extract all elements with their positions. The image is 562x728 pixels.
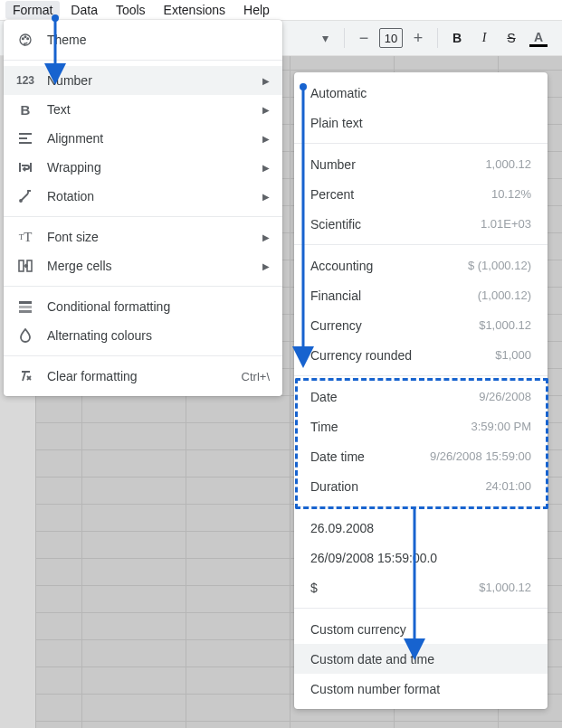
- menu-format[interactable]: Format: [5, 1, 60, 19]
- number-label: Number: [47, 73, 250, 88]
- clear-icon: [16, 369, 34, 383]
- svg-point-9: [20, 200, 22, 202]
- svg-rect-10: [19, 260, 24, 271]
- date-item[interactable]: Date9/26/2008: [294, 382, 548, 411]
- text-color-btn[interactable]: A: [525, 24, 552, 52]
- merge-cells-item[interactable]: Merge cells ▶: [4, 251, 282, 280]
- rotation-item[interactable]: Rotation ▶: [4, 182, 282, 211]
- number-icon: 123: [16, 74, 34, 87]
- fontsize-icon: TT: [16, 230, 34, 245]
- alternating-label: Alternating colours: [47, 328, 270, 343]
- wrap-icon: [16, 161, 34, 174]
- increase-font-btn[interactable]: +: [405, 24, 432, 52]
- plaintext-item[interactable]: Plain text: [294, 108, 548, 137]
- conditional-label: Conditional formatting: [47, 299, 270, 314]
- svg-point-1: [22, 38, 24, 40]
- theme-item[interactable]: Theme: [4, 25, 282, 54]
- menu-extensions[interactable]: Extensions: [157, 1, 233, 19]
- custom-number-item[interactable]: Custom number format: [294, 674, 548, 704]
- menu-tools[interactable]: Tools: [109, 1, 153, 19]
- custom-currency-item[interactable]: Custom currency: [294, 614, 548, 644]
- chevron-right-icon: ▶: [262, 134, 270, 144]
- chevron-right-icon: ▶: [262, 163, 270, 173]
- font-size-item[interactable]: TT Font size ▶: [4, 222, 282, 251]
- percent-item[interactable]: Percent10.12%: [294, 179, 548, 209]
- more-btn[interactable]: ▾: [311, 24, 338, 52]
- locale-date-item[interactable]: 26.09.2008: [294, 513, 548, 543]
- format-dropdown: Theme 123 Number ▶ B Text ▶ Alignment ▶ …: [4, 20, 282, 396]
- conditional-item[interactable]: Conditional formatting: [4, 292, 282, 321]
- bold-btn[interactable]: B: [443, 24, 471, 52]
- number-submenu: Automatic Plain text Number1,000.12 Perc…: [294, 72, 548, 709]
- financial-item[interactable]: Financial(1,000.12): [294, 280, 548, 310]
- currency-rounded-item[interactable]: Currency rounded$1,000: [294, 340, 548, 370]
- svg-rect-13: [19, 306, 32, 308]
- menu-help[interactable]: Help: [236, 1, 277, 19]
- strike-btn[interactable]: S: [498, 24, 525, 52]
- wrapping-item[interactable]: Wrapping ▶: [4, 153, 282, 182]
- menu-data[interactable]: Data: [63, 1, 105, 19]
- svg-point-2: [24, 36, 26, 38]
- chevron-right-icon: ▶: [262, 76, 270, 86]
- alignment-item[interactable]: Alignment ▶: [4, 124, 282, 153]
- font-size-label: Font size: [47, 230, 250, 244]
- italic-btn[interactable]: I: [471, 24, 498, 52]
- scientific-item[interactable]: Scientific1.01E+03: [294, 209, 548, 239]
- text-item[interactable]: B Text ▶: [4, 95, 282, 124]
- rotation-icon: [16, 189, 34, 203]
- time-item[interactable]: Time3:59:00 PM: [294, 411, 548, 441]
- custom-datetime-item[interactable]: Custom date and time: [294, 644, 548, 674]
- datetime-item[interactable]: Date time9/26/2008 15:59:00: [294, 441, 548, 471]
- menu-bar: Format Data Tools Extensions Help: [0, 0, 562, 20]
- locale-datetime-item[interactable]: 26/09/2008 15:59:00.0: [294, 543, 548, 572]
- svg-rect-14: [19, 310, 32, 313]
- align-icon: [16, 132, 34, 145]
- chevron-right-icon: ▶: [262, 192, 270, 202]
- chevron-right-icon: ▶: [262, 261, 270, 271]
- clear-label: Clear formatting: [47, 369, 229, 383]
- accounting-item[interactable]: Accounting$ (1,000.12): [294, 251, 548, 280]
- decrease-font-btn[interactable]: −: [350, 24, 377, 52]
- number-format-item[interactable]: Number1,000.12: [294, 149, 548, 179]
- svg-point-3: [27, 38, 29, 40]
- svg-rect-12: [19, 301, 32, 304]
- clear-shortcut: Ctrl+\: [242, 370, 270, 383]
- chevron-right-icon: ▶: [262, 105, 270, 115]
- theme-label: Theme: [47, 33, 270, 47]
- alternating-item[interactable]: Alternating colours: [4, 321, 282, 350]
- toolbar: ▾ − 10 + B I S A: [282, 20, 562, 56]
- clear-item[interactable]: Clear formatting Ctrl+\: [4, 362, 282, 391]
- text-label: Text: [47, 102, 250, 117]
- wrapping-label: Wrapping: [47, 160, 250, 175]
- font-size-input[interactable]: 10: [379, 28, 403, 48]
- duration-item[interactable]: Duration24:01:00: [294, 471, 548, 501]
- chevron-right-icon: ▶: [262, 232, 270, 242]
- locale-currency-item[interactable]: $$1,000.12: [294, 572, 548, 602]
- rotation-label: Rotation: [47, 189, 250, 203]
- drop-icon: [16, 328, 34, 343]
- number-item[interactable]: 123 Number ▶: [4, 66, 282, 95]
- alignment-label: Alignment: [47, 131, 250, 146]
- currency-item[interactable]: Currency$1,000.12: [294, 310, 548, 340]
- conditional-icon: [16, 300, 34, 313]
- merge-icon: [16, 260, 34, 272]
- merge-label: Merge cells: [47, 259, 250, 273]
- bold-icon: B: [16, 102, 34, 118]
- palette-icon: [16, 33, 34, 47]
- automatic-item[interactable]: Automatic: [294, 78, 548, 108]
